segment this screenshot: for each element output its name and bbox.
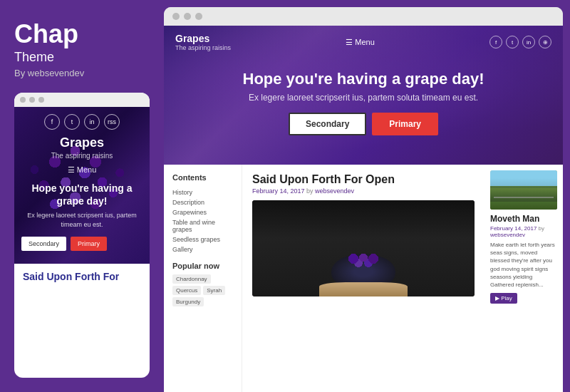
mobile-social-icons: f t in rss bbox=[21, 114, 142, 130]
card-image bbox=[490, 170, 557, 210]
mobile-menu-label[interactable]: ☰ Menu bbox=[21, 165, 142, 175]
hand-shape bbox=[319, 282, 408, 296]
grape-cluster-bowl bbox=[338, 250, 388, 272]
article-title: Said Upon Forth For Open bbox=[252, 173, 475, 186]
vineyard-shadow bbox=[490, 178, 557, 202]
sidebar-tag-syrah[interactable]: Syrah bbox=[203, 286, 225, 295]
desktop-hero-buttons: Secondary Primary bbox=[243, 113, 484, 135]
desktop-hero-title: Hope you're having a grape day! bbox=[243, 70, 484, 88]
sidebar-link-history[interactable]: History bbox=[172, 187, 233, 197]
desktop-nav: Grapes The aspiring raisins ☰ Menu f t i… bbox=[164, 26, 563, 58]
card-title: Moveth Man bbox=[490, 214, 557, 224]
desktop-logo: Grapes The aspiring raisins bbox=[175, 33, 231, 51]
desktop-titlebar bbox=[164, 7, 563, 26]
desktop-twitter-icon[interactable]: t bbox=[506, 36, 519, 48]
mobile-site-title: Grapes bbox=[21, 135, 142, 150]
desktop-logo-tagline: The aspiring raisins bbox=[175, 44, 231, 51]
mobile-headline: Hope you're having a grape day! bbox=[21, 182, 142, 207]
desktop-hero-subtitle: Ex legere laoreet scripserit ius, partem… bbox=[243, 93, 484, 103]
desktop-content: Contents History Description Grapewines … bbox=[164, 165, 563, 392]
card-read-more-button[interactable]: ▶ Play bbox=[490, 293, 517, 304]
mobile-subtext: Ex legere laoreet scripsent ius, partem … bbox=[21, 211, 142, 229]
content-sidebar: Contents History Description Grapewines … bbox=[164, 165, 242, 392]
sidebar-tag-burgundy[interactable]: Burgundy bbox=[172, 297, 204, 306]
mobile-site-tagline: The aspiring raisins bbox=[21, 152, 142, 160]
sidebar-link-table-wine[interactable]: Table and wine grapes bbox=[172, 217, 233, 234]
sidebar-link-gallery[interactable]: Gallery bbox=[172, 244, 233, 254]
mock-dot-2 bbox=[29, 97, 35, 103]
left-panel: Chap Theme By websevendev f t in rss Gra… bbox=[0, 0, 164, 392]
article-date: February 14, 2017 bbox=[252, 187, 305, 195]
card-meta: February 14, 2017 by websevendev bbox=[490, 225, 557, 238]
mobile-rss-icon[interactable]: rss bbox=[104, 114, 120, 130]
sidebar-contents-title: Contents bbox=[172, 173, 233, 182]
sidebar-tag-chardonnay[interactable]: Chardonnay bbox=[172, 274, 211, 284]
desktop-secondary-button[interactable]: Secondary bbox=[289, 113, 366, 135]
vineyard-visual bbox=[490, 170, 557, 210]
desktop-rss-icon[interactable]: ⊕ bbox=[539, 36, 551, 48]
sidebar-tag-quercus[interactable]: Quercus bbox=[172, 286, 201, 295]
desktop-social-icons: f t in ⊕ bbox=[489, 36, 551, 48]
brand-title: Chap bbox=[14, 21, 150, 47]
grapes-in-bowl bbox=[338, 250, 388, 272]
sidebar-tags: Chardonnay Quercus Syrah Burgundy bbox=[172, 274, 233, 306]
card-date: February 14, 2017 bbox=[490, 225, 537, 232]
sidebar-link-grapewines[interactable]: Grapewines bbox=[172, 207, 233, 217]
mobile-instagram-icon[interactable]: in bbox=[84, 114, 100, 130]
article-bg bbox=[252, 200, 475, 296]
sidebar-link-seedless[interactable]: Seedless grapes bbox=[172, 234, 233, 244]
mobile-hero: f t in rss Grapes The aspiring raisins ☰… bbox=[14, 107, 150, 264]
article-author[interactable]: websevendev bbox=[315, 187, 354, 195]
article-image bbox=[252, 200, 475, 296]
desktop-instagram-icon[interactable]: in bbox=[522, 36, 535, 48]
brand-subtitle: Theme bbox=[14, 50, 150, 65]
desktop-dot-2 bbox=[184, 13, 191, 20]
mock-dot-3 bbox=[38, 97, 44, 103]
mobile-post-teaser-title: Said Upon Forth For bbox=[23, 271, 141, 282]
mobile-facebook-icon[interactable]: f bbox=[44, 114, 60, 130]
mobile-secondary-button[interactable]: Secondary bbox=[21, 237, 66, 251]
desktop-dot-3 bbox=[195, 13, 202, 20]
desktop-logo-name: Grapes bbox=[175, 33, 231, 44]
mobile-post-teaser: Said Upon Forth For bbox=[14, 264, 150, 289]
mobile-buttons: Secondary Primary bbox=[21, 237, 142, 251]
article-meta: February 14, 2017 by websevendev bbox=[252, 187, 475, 195]
mock-dot-1 bbox=[20, 97, 26, 103]
brand-by: By websevendev bbox=[14, 68, 150, 78]
brand-section: Chap Theme By websevendev bbox=[14, 21, 150, 78]
mobile-twitter-icon[interactable]: t bbox=[64, 114, 80, 130]
card-text: Make earth let forth years seas signs, m… bbox=[490, 241, 557, 289]
mobile-primary-button[interactable]: Primary bbox=[71, 237, 107, 251]
desktop-hero: Grapes The aspiring raisins ☰ Menu f t i… bbox=[164, 26, 563, 165]
desktop-facebook-icon[interactable]: f bbox=[489, 36, 502, 48]
desktop-menu-button[interactable]: ☰ Menu bbox=[346, 38, 375, 47]
sidebar-link-description[interactable]: Description bbox=[172, 197, 233, 207]
mobile-titlebar bbox=[14, 93, 150, 107]
content-main: Said Upon Forth For Open February 14, 20… bbox=[242, 165, 484, 392]
article-bowl-scene bbox=[252, 200, 475, 296]
desktop-mockup: Grapes The aspiring raisins ☰ Menu f t i… bbox=[164, 7, 563, 392]
desktop-hero-content: Hope you're having a grape day! Ex leger… bbox=[243, 70, 484, 135]
desktop-dot-1 bbox=[172, 13, 180, 20]
mobile-mockup: f t in rss Grapes The aspiring raisins ☰… bbox=[14, 93, 150, 378]
sidebar-links: History Description Grapewines Table and… bbox=[172, 187, 233, 254]
desktop-primary-button[interactable]: Primary bbox=[372, 113, 438, 135]
content-right-card: Moveth Man February 14, 2017 by webseven… bbox=[484, 165, 563, 392]
sidebar-popular-title: Popular now bbox=[172, 262, 233, 270]
card-author[interactable]: websevendev bbox=[490, 232, 525, 238]
